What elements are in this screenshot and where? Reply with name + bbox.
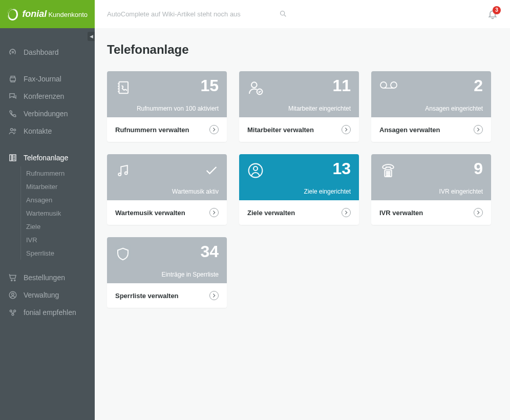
subnav-item-label: Ansagen	[26, 196, 52, 204]
subnav-item-ivr[interactable]: IVR	[20, 233, 95, 246]
card-action-label: Ziele verwalten	[247, 209, 295, 217]
check-icon	[204, 163, 219, 178]
arrow-right-circle-icon	[474, 208, 483, 217]
card-top: 13 Ziele eingerichtet	[239, 154, 359, 200]
user-circle-icon	[8, 290, 17, 300]
card-action-wartemusik[interactable]: Wartemusik verwalten	[107, 200, 227, 225]
card-value: 15	[200, 76, 219, 95]
card-action-rufnummern[interactable]: Rufnummern verwalten	[107, 117, 227, 142]
pbx-icon	[8, 153, 17, 162]
sidebar-item-verbindungen[interactable]: Verbindungen	[0, 105, 95, 122]
sidebar-item-verwaltung[interactable]: Verwaltung	[0, 286, 95, 304]
card-top: Wartemusik aktiv	[107, 154, 227, 200]
topbar: 3	[95, 0, 510, 28]
card-action-mitarbeiter[interactable]: Mitarbeiter verwalten	[239, 117, 359, 142]
sidebar: fonialKundenkonto ◀ Dashboard Fax-Journa…	[0, 0, 95, 420]
arrow-right-circle-icon	[209, 208, 219, 217]
card-action-sperrliste[interactable]: Sperrliste verwalten	[107, 283, 227, 308]
card-ansagen: 2 Ansagen eingerichtet Ansagen verwalten	[371, 71, 491, 142]
subnav-item-label: IVR	[26, 236, 37, 244]
page-title: Telefonanlage	[107, 43, 498, 57]
subnav-item-rufnummern[interactable]: Rufnummern	[20, 166, 95, 180]
card-action-ivr[interactable]: IVR verwalten	[371, 200, 491, 225]
sidebar-item-label: Konferenzen	[24, 92, 64, 100]
card-ivr: 9 IVR eingerichtet IVR verwalten	[371, 154, 491, 225]
sidebar-item-label: fonial empfehlen	[24, 308, 76, 317]
sidebar-item-label: Bestellungen	[24, 274, 65, 282]
svg-rect-3	[10, 155, 12, 161]
search-icon[interactable]	[279, 10, 287, 18]
card-action-label: Rufnummern verwalten	[115, 126, 189, 134]
brand-bar[interactable]: fonialKundenkonto	[0, 0, 95, 28]
svg-point-18	[118, 173, 121, 176]
sidebar-item-konferenzen[interactable]: Konferenzen	[0, 88, 95, 105]
card-top: 11 Mitarbeiter eingerichtet	[239, 71, 359, 117]
card-rufnummern: 15 Rufnummern von 100 aktiviert Rufnumme…	[107, 71, 227, 142]
subnav-item-ansagen[interactable]: Ansagen	[20, 193, 95, 206]
sidebar-item-label: Verwaltung	[24, 291, 59, 299]
svg-point-2	[14, 129, 16, 131]
arrow-right-circle-icon	[209, 291, 219, 300]
card-desc: IVR eingerichtet	[439, 188, 483, 195]
svg-point-6	[14, 280, 15, 281]
search-input[interactable]	[107, 6, 287, 23]
share-people-icon	[8, 308, 17, 317]
brand-logo-icon	[7, 8, 18, 20]
svg-point-17	[391, 82, 397, 88]
svg-point-14	[251, 82, 257, 88]
card-value: 34	[200, 242, 219, 261]
sidebar-item-bestellungen[interactable]: Bestellungen	[0, 269, 95, 286]
card-sperrliste: 34 Einträge in Sperrliste Sperrliste ver…	[107, 237, 227, 308]
subnav-item-label: Wartemusik	[26, 209, 61, 217]
card-wartemusik: Wartemusik aktiv Wartemusik verwalten	[107, 154, 227, 225]
phone-icon	[8, 109, 17, 118]
sidebar-item-telefonanlage[interactable]: Telefonanlage	[0, 149, 95, 166]
svg-point-16	[380, 82, 387, 88]
card-top: 34 Einträge in Sperrliste	[107, 237, 227, 283]
card-action-label: IVR verwalten	[379, 209, 423, 217]
sidebar-item-dashboard[interactable]: Dashboard	[0, 44, 95, 61]
sidebar-item-label: Fax-Journal	[24, 75, 61, 83]
card-action-label: Wartemusik verwalten	[115, 209, 185, 217]
subnav-item-label: Ziele	[26, 223, 40, 230]
shield-icon	[115, 245, 131, 263]
target-user-icon	[247, 162, 264, 179]
subnav-item-label: Rufnummern	[26, 170, 65, 177]
notifications-button[interactable]: 3	[487, 9, 498, 19]
card-action-ansagen[interactable]: Ansagen verwalten	[371, 117, 491, 142]
subnav-telefonanlage: Rufnummern Mitarbeiter Ansagen Wartemusi…	[0, 166, 95, 260]
card-action-label: Sperrliste verwalten	[115, 292, 179, 300]
svg-point-26	[387, 173, 388, 174]
svg-point-29	[387, 175, 388, 176]
main: 3 Telefonanlage 15 Rufnummern von 100 ak…	[95, 0, 510, 420]
svg-point-30	[388, 175, 389, 176]
svg-point-25	[389, 172, 390, 173]
svg-point-1	[11, 129, 13, 131]
subnav-item-ziele[interactable]: Ziele	[20, 220, 95, 233]
dialpad-phone-icon	[379, 162, 397, 179]
brand-sub-text: Kundenkonto	[48, 11, 88, 18]
brand-name-text: fonial	[22, 9, 47, 19]
svg-point-28	[389, 173, 390, 174]
subnav-item-wartemusik[interactable]: Wartemusik	[20, 206, 95, 220]
subnav-item-mitarbeiter[interactable]: Mitarbeiter	[20, 180, 95, 193]
card-value: 11	[332, 76, 351, 95]
sidebar-item-kontakte[interactable]: Kontakte	[0, 122, 95, 140]
sidebar-item-label: Telefonanlage	[24, 154, 68, 162]
content: Telefonanlage 15 Rufnummern von 100 akti…	[95, 28, 510, 322]
card-top: 9 IVR eingerichtet	[371, 154, 491, 200]
card-value: 13	[332, 159, 351, 178]
card-value-check	[204, 163, 219, 178]
sidebar-item-empfehlen[interactable]: fonial empfehlen	[0, 304, 95, 321]
cards-grid: 15 Rufnummern von 100 aktiviert Rufnumme…	[107, 71, 498, 308]
sidebar-item-fax-journal[interactable]: Fax-Journal	[0, 70, 95, 88]
subnav-item-sperrliste[interactable]: Sperrliste	[20, 246, 95, 260]
card-action-ziele[interactable]: Ziele verwalten	[239, 200, 359, 225]
sidebar-collapse-toggle[interactable]: ◀	[88, 32, 95, 41]
notifications-badge: 3	[493, 6, 501, 14]
brand-name: fonialKundenkonto	[22, 9, 88, 19]
svg-point-12	[280, 11, 284, 15]
svg-point-10	[14, 310, 16, 312]
card-value: 2	[474, 76, 483, 95]
svg-point-19	[125, 172, 128, 175]
